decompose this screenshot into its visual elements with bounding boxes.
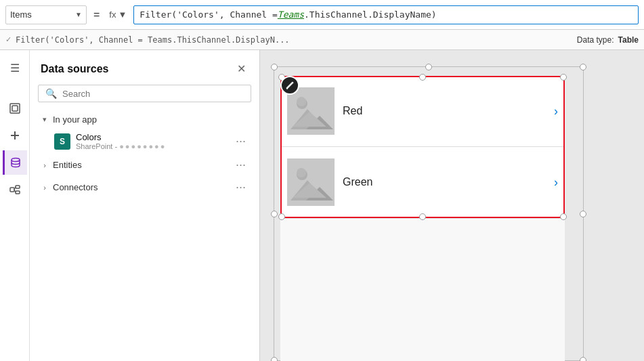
name-box[interactable]: Items ▼ xyxy=(5,5,87,24)
handle-ml xyxy=(271,211,278,217)
data-sources-panel: Data sources ✕ 🔍 ▾ In your app S Colors xyxy=(30,50,260,361)
main-area: ☰ xyxy=(0,50,644,361)
in-your-app-item[interactable]: ▾ In your app xyxy=(35,110,254,129)
panel-title: Data sources xyxy=(41,63,109,75)
svg-rect-1 xyxy=(12,106,18,111)
connectors-arrow: › xyxy=(41,184,49,192)
hamburger-icon[interactable]: ☰ xyxy=(3,56,27,80)
entities-arrow: › xyxy=(41,161,49,169)
item-name-green: Green xyxy=(343,176,546,188)
formula-input[interactable]: Filter('Colors', Channel = Teams.ThisCha… xyxy=(133,5,639,24)
formula-teams-highlight: Teams xyxy=(278,9,304,20)
colors-name: Colors xyxy=(76,132,228,142)
colors-item[interactable]: S Colors SharePoint - ●●●●●●●● ··· xyxy=(35,129,254,154)
colors-icon: S xyxy=(54,133,70,150)
colors-more-button[interactable]: ··· xyxy=(233,134,249,148)
search-box[interactable]: 🔍 xyxy=(38,85,251,102)
handle-mr xyxy=(580,211,586,217)
data-type-value: Table xyxy=(618,35,639,45)
check-icon: ✓ xyxy=(5,35,12,44)
sub-formula-content: Filter('Colors', Channel = Teams.ThisCha… xyxy=(16,35,573,45)
name-box-arrow: ▼ xyxy=(75,11,82,18)
colors-info: Colors SharePoint - ●●●●●●●● xyxy=(76,132,228,150)
panel-header: Data sources ✕ xyxy=(30,50,259,85)
layers-icon[interactable] xyxy=(3,96,27,121)
svg-rect-5 xyxy=(10,188,14,192)
fx-label: fx xyxy=(109,9,116,20)
image-placeholder-red xyxy=(287,87,335,135)
canvas-area[interactable]: Red › Green › xyxy=(260,50,644,361)
plus-icon[interactable] xyxy=(3,123,27,148)
fx-button[interactable]: fx ▼ xyxy=(106,9,129,20)
sub-formula-bar: ✓ Filter('Colors', Channel = Teams.ThisC… xyxy=(0,30,644,50)
connectors-more-button[interactable]: ··· xyxy=(233,180,249,194)
tree-section: ▾ In your app S Colors SharePoint - ●●●●… xyxy=(30,110,259,198)
handle-br xyxy=(580,357,586,361)
handle-bl xyxy=(271,357,278,361)
item-arrow-red: › xyxy=(554,104,558,119)
svg-point-12 xyxy=(297,98,307,109)
canvas-empty-area xyxy=(280,218,565,361)
handle-tl xyxy=(271,64,278,70)
database-icon[interactable] xyxy=(3,150,27,175)
list-item-green[interactable]: Green › xyxy=(280,147,565,218)
list-item-red[interactable]: Red › xyxy=(280,76,565,147)
svg-rect-7 xyxy=(16,191,20,194)
connector-icon[interactable] xyxy=(3,177,27,202)
search-icon: 🔍 xyxy=(45,88,57,99)
svg-rect-0 xyxy=(10,104,20,113)
fx-arrow: ▼ xyxy=(118,9,127,20)
formula-bar: Items ▼ = fx ▼ Filter('Colors', Channel … xyxy=(0,0,644,30)
search-input[interactable] xyxy=(62,89,244,99)
svg-point-16 xyxy=(297,169,307,180)
entities-more-button[interactable]: ··· xyxy=(233,158,249,172)
entities-item[interactable]: › Entities ··· xyxy=(35,154,254,176)
image-placeholder-green xyxy=(287,158,335,206)
data-type-label: Data type: xyxy=(577,35,614,45)
connectors-item[interactable]: › Connectors ··· xyxy=(35,176,254,198)
name-box-text: Items xyxy=(10,9,72,20)
colors-sub: SharePoint - ●●●●●●●● xyxy=(76,142,228,150)
handle-tr xyxy=(580,64,586,70)
svg-rect-6 xyxy=(16,186,20,188)
formula-prefix: Filter('Colors', Channel = xyxy=(139,9,278,20)
sidebar-icons: ☰ xyxy=(0,50,30,361)
handle-tm xyxy=(425,64,432,70)
in-your-app-label: In your app xyxy=(53,114,249,125)
item-arrow-green: › xyxy=(554,175,558,190)
item-name-red: Red xyxy=(343,105,546,117)
svg-point-4 xyxy=(12,158,20,162)
connectors-label: Connectors xyxy=(53,182,229,192)
svg-marker-13 xyxy=(291,109,324,129)
equals-sign: = xyxy=(91,9,102,21)
entities-label: Entities xyxy=(53,160,229,170)
expand-arrow: ▾ xyxy=(41,115,49,124)
edit-icon[interactable] xyxy=(280,76,299,95)
formula-suffix: .ThisChannel.DisplayName) xyxy=(304,9,437,20)
svg-marker-17 xyxy=(291,180,324,200)
close-button[interactable]: ✕ xyxy=(234,61,249,77)
